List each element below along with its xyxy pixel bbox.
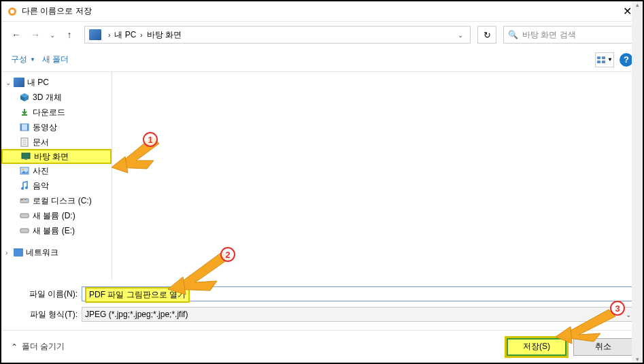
svg-rect-5 [602,61,605,63]
tree-item-disk-e[interactable]: 새 볼륨 (E:) [1,223,112,238]
button-bar: ⌃ 폴더 숨기기 저장(S) 취소 [1,330,643,363]
tree-label: 새 볼륨 (E:) [33,225,75,237]
tree-label: 로컬 디스크 (C:) [33,195,92,207]
document-icon [19,137,30,147]
filetype-label: 파일 형식(T): [22,309,78,320]
tree-item-pictures[interactable]: 사진 [1,163,112,178]
svg-rect-27 [20,229,29,233]
svg-rect-24 [21,199,23,200]
new-folder-button[interactable]: 새 폴더 [42,54,69,65]
music-icon [19,181,30,191]
svg-marker-29 [112,156,128,173]
tree-item-downloads[interactable]: 다운로드 [1,105,112,120]
titlebar: 다른 이름으로 저장 ✕ [1,1,643,22]
tree-label: 네트워크 [26,247,58,259]
window-title: 다른 이름으로 저장 [22,5,617,17]
pc-icon [89,29,101,40]
chevron-up-icon: ⌃ [11,342,18,352]
cube-icon [19,93,30,102]
chevron-down-icon: ⌄ [626,311,631,318]
svg-rect-4 [597,61,600,63]
svg-marker-31 [168,277,186,295]
annotation-2: 2 [220,247,235,262]
svg-rect-26 [20,214,29,218]
breadcrumb-item[interactable]: 내 PC [113,29,137,41]
svg-point-19 [22,169,24,171]
help-button[interactable]: ? [620,53,633,67]
svg-rect-10 [20,124,22,131]
app-icon [7,6,18,17]
back-button[interactable]: ← [8,27,24,43]
chevron-down-icon: ▼ [30,56,35,63]
tree-item-music[interactable]: 음악 [1,178,112,193]
tree-label: 문서 [33,137,49,148]
disk-icon [19,196,30,205]
hide-folders-button[interactable]: ⌃ 폴더 숨기기 [11,341,65,352]
up-button[interactable]: ↑ [61,27,78,43]
svg-rect-16 [22,153,30,159]
tree-label: 3D 개체 [33,92,62,103]
tree-item-3d[interactable]: 3D 개체 [1,90,112,105]
svg-point-1 [10,10,14,14]
svg-marker-33 [556,327,572,344]
view-options-button[interactable]: ▼ [595,52,614,67]
tree-label: 음악 [33,180,49,192]
tree-item-pc[interactable]: ⌄ 내 PC [1,75,112,90]
video-icon [19,122,30,132]
tree-item-documents[interactable]: 문서 [1,135,112,150]
network-icon [14,248,23,257]
pc-icon [14,78,24,87]
chevron-right-icon: › [105,31,113,39]
svg-rect-17 [24,159,27,160]
toolbar: 구성 ▼ 새 폴더 ▼ ? [1,48,643,72]
breadcrumb-dropdown[interactable]: ⌄ [455,31,466,39]
tree-label: 동영상 [33,122,57,133]
svg-point-22 [25,186,28,189]
breadcrumb-item[interactable]: 바탕 화면 [146,29,183,41]
expand-icon[interactable]: › [5,249,14,257]
folder-tree: ⌄ 내 PC 3D 개체 다운로드 동영상 문서 바탕 화면 사진 [1,72,112,280]
desktop-icon [20,152,31,161]
annotation-1: 1 [143,132,158,147]
disk-icon [19,211,30,220]
tree-item-disk-c[interactable]: 로컬 디스크 (C:) [1,193,112,208]
download-icon [19,107,30,117]
svg-rect-25 [24,199,27,200]
tree-label: 새 볼륨 (D:) [33,210,75,222]
search-input[interactable]: 🔍 바탕 화면 검색 [503,26,636,44]
search-placeholder: 바탕 화면 검색 [522,29,576,41]
history-dropdown[interactable]: ⌄ [46,27,58,43]
pictures-icon [19,166,30,176]
chevron-right-icon: › [137,31,145,39]
main-area: ⌄ 내 PC 3D 개체 다운로드 동영상 문서 바탕 화면 사진 [1,72,643,280]
tree-item-desktop[interactable]: 바탕 화면 [1,149,112,164]
tree-label: 내 PC [27,77,49,88]
nav-bar: ← → ⌄ ↑ › 내 PC › 바탕 화면 ⌄ ↻ 🔍 바탕 화면 검색 [1,22,643,48]
svg-point-21 [21,187,24,190]
search-icon: 🔍 [508,30,518,39]
tree-label: 사진 [33,165,49,177]
svg-rect-2 [597,56,600,59]
svg-rect-3 [602,56,605,59]
collapse-icon[interactable]: ⌄ [5,79,14,86]
svg-rect-23 [20,199,29,203]
arrow-2-icon [168,248,250,296]
filetype-value: JPEG (*.jpg;*.jpeg;*.jpe;*.jfif) [85,310,188,319]
tree-label: 바탕 화면 [34,151,69,163]
svg-rect-11 [27,124,29,131]
tree-item-network[interactable]: › 네트워크 [1,245,112,260]
tree-item-videos[interactable]: 동영상 [1,120,112,135]
organize-label: 구성 [11,54,27,65]
forward-button[interactable]: → [27,27,44,43]
organize-menu[interactable]: 구성 ▼ [11,54,35,65]
breadcrumb[interactable]: › 내 PC › 바탕 화면 ⌄ [84,26,471,44]
chevron-down-icon: ▼ [607,56,613,63]
refresh-button[interactable]: ↻ [477,26,496,44]
tree-label: 다운로드 [33,107,65,118]
tree-item-disk-d[interactable]: 새 볼륨 (D:) [1,208,112,223]
annotation-3: 3 [610,301,625,316]
filetype-select[interactable]: JPEG (*.jpg;*.jpeg;*.jpe;*.jfif) ⌄ [82,307,634,322]
disk-icon [19,226,30,235]
filename-label: 파일 이름(N): [22,288,78,300]
filename-input[interactable]: PDF 파일 그림판으로 열기 [82,286,634,301]
